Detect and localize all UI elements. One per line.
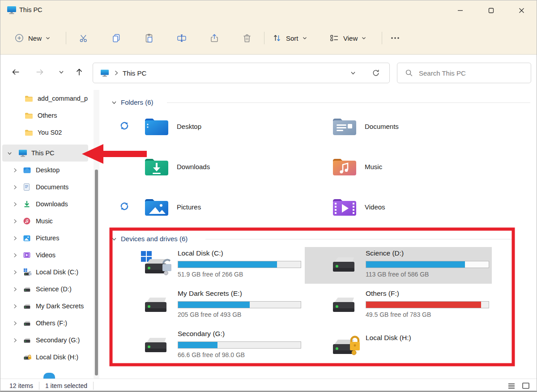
chevron-right-icon[interactable]	[12, 287, 18, 292]
sidebar-item-label: My Dark Secrets	[36, 303, 84, 310]
drive-item-science-d[interactable]: Science (D:) 113 GB free of 586 GB	[328, 247, 507, 283]
sidebar-item-downloads[interactable]: Downloads	[0, 196, 93, 213]
chevron-right-icon[interactable]	[12, 185, 18, 190]
sidebar-item-local-disk-c[interactable]: Local Disk (C:)	[0, 264, 93, 281]
chevron-right-icon[interactable]	[12, 270, 18, 275]
drive-item-others-f[interactable]: Others (F:) 49.5 GB free of 783 GB	[328, 288, 507, 324]
sidebar-item-label: Videos	[36, 251, 55, 259]
sidebar-item-label: Pictures	[36, 234, 59, 242]
search-box[interactable]	[397, 63, 531, 83]
close-button[interactable]	[509, 0, 534, 20]
sidebar-item-others[interactable]: Others	[0, 107, 93, 124]
title-bar[interactable]: This PC	[0, 0, 537, 22]
search-input[interactable]	[419, 69, 531, 77]
sidebar-item-label: Desktop	[36, 166, 60, 174]
rename-button[interactable]	[173, 29, 191, 47]
videos-folder-icon	[332, 196, 358, 217]
sidebar-item-others-f[interactable]: Others (F:)	[0, 315, 93, 332]
share-button[interactable]	[205, 29, 223, 47]
sidebar-scrollbar-thumb[interactable]	[95, 170, 98, 375]
large-icons-view-icon[interactable]	[521, 382, 530, 390]
more-ellipsis-icon	[389, 33, 401, 43]
capacity-bar	[178, 301, 301, 308]
drive-icon	[23, 319, 32, 328]
breadcrumb-this-pc[interactable]: This PC	[123, 69, 146, 77]
folders-group-header[interactable]: Folders (6)	[111, 98, 153, 106]
sort-button[interactable]: Sort	[269, 29, 310, 47]
drive-item-local-disk-c[interactable]: Local Disk (C:) 51.9 GB free of 266 GB	[140, 247, 319, 283]
chevron-right-icon[interactable]	[12, 236, 18, 241]
drives-group-header[interactable]: Devices and drives (6)	[111, 235, 188, 243]
cut-button[interactable]	[75, 29, 93, 47]
folder-item-pictures[interactable]: Pictures	[144, 195, 201, 218]
chevron-right-icon[interactable]	[12, 304, 18, 309]
group-divider	[205, 239, 515, 239]
address-bar[interactable]: This PC	[93, 63, 390, 83]
sidebar-item-this-pc[interactable]: This PC	[2, 145, 88, 162]
folder-item-music[interactable]: Music	[332, 155, 382, 178]
sidebar-item-videos[interactable]: Videos	[0, 247, 93, 264]
drive-item-secondary-g[interactable]: Secondary (G:) 66.6 GB free of 98.0 GB	[140, 328, 319, 364]
folder-icon	[25, 111, 34, 120]
sidebar-item-label: Science (D:)	[36, 285, 72, 293]
navigation-pane: add_command_p Others You S02 This PC Des…	[0, 90, 93, 379]
chevron-right-icon[interactable]	[12, 253, 18, 258]
share-icon	[209, 33, 220, 43]
drive-icon	[140, 331, 176, 358]
paste-button[interactable]	[140, 29, 158, 47]
sidebar-item-my-dark-secrets-e[interactable]: My Dark Secrets	[0, 298, 93, 315]
sidebar-item-add-command[interactable]: add_command_p	[0, 90, 93, 107]
chevron-collapse-icon[interactable]	[111, 236, 117, 242]
maximize-button[interactable]	[478, 0, 503, 20]
up-arrow-icon	[74, 67, 84, 77]
address-row: This PC	[0, 55, 537, 90]
see-more-button[interactable]	[386, 29, 404, 47]
folders-group-title: Folders (6)	[121, 98, 153, 106]
chevron-right-icon[interactable]	[12, 338, 18, 343]
refresh-icon[interactable]	[371, 68, 380, 77]
folder-icon	[25, 128, 34, 137]
forward-button[interactable]	[31, 63, 49, 81]
minimize-button[interactable]	[448, 0, 473, 20]
this-pc-icon	[100, 69, 109, 77]
view-button[interactable]: View	[326, 29, 369, 47]
drive-item-my-dark-secrets-e[interactable]: My Dark Secrets (E:) 205 GB free of 493 …	[140, 288, 319, 324]
recent-locations-button[interactable]	[52, 63, 70, 81]
delete-button[interactable]	[238, 29, 256, 47]
drive-item-local-disk-h[interactable]: Local Disk (H:)	[328, 328, 507, 364]
details-view-icon[interactable]	[507, 382, 516, 390]
pictures-folder-icon	[144, 196, 170, 217]
new-button[interactable]: New	[11, 29, 53, 47]
chevron-right-icon[interactable]	[12, 202, 18, 207]
sidebar-item-label: add_command_p	[38, 95, 88, 102]
folder-item-desktop[interactable]: Desktop	[144, 115, 201, 138]
folder-item-downloads[interactable]: Downloads	[144, 155, 210, 178]
sidebar-item-desktop[interactable]: Desktop	[0, 162, 93, 179]
folder-label: Pictures	[177, 203, 201, 211]
address-dropdown-icon[interactable]	[350, 70, 356, 76]
chevron-right-icon[interactable]	[12, 168, 18, 173]
scissors-icon	[78, 33, 89, 43]
back-button[interactable]	[7, 63, 25, 81]
drive-free-space: 205 GB free of 493 GB	[178, 311, 301, 318]
view-list-icon	[329, 33, 340, 43]
sidebar-item-music[interactable]: Music	[0, 213, 93, 230]
sidebar-item-documents[interactable]: Documents	[0, 179, 93, 196]
sync-icon	[119, 201, 129, 211]
copy-button[interactable]	[107, 29, 125, 47]
chevron-right-icon[interactable]	[12, 321, 18, 326]
folder-item-videos[interactable]: Videos	[332, 195, 385, 218]
file-explorer-window: This PC New	[0, 0, 537, 392]
sidebar-item-pictures[interactable]: Pictures	[0, 230, 93, 247]
sidebar-item-you-s02[interactable]: You S02	[0, 124, 93, 141]
up-button[interactable]	[70, 63, 88, 81]
capacity-bar	[366, 261, 489, 268]
chevron-collapse-icon[interactable]	[111, 100, 117, 105]
folder-item-documents[interactable]: Documents	[332, 115, 399, 138]
sidebar-item-secondary-g[interactable]: Secondary (G:)	[0, 332, 93, 349]
capacity-bar-fill	[178, 302, 250, 308]
sidebar-item-local-disk-h[interactable]: Local Disk (H:)	[0, 349, 93, 366]
sidebar-item-science-d[interactable]: Science (D:)	[0, 281, 93, 298]
chevron-expanded-icon[interactable]	[7, 151, 13, 156]
chevron-right-icon[interactable]	[12, 219, 18, 224]
